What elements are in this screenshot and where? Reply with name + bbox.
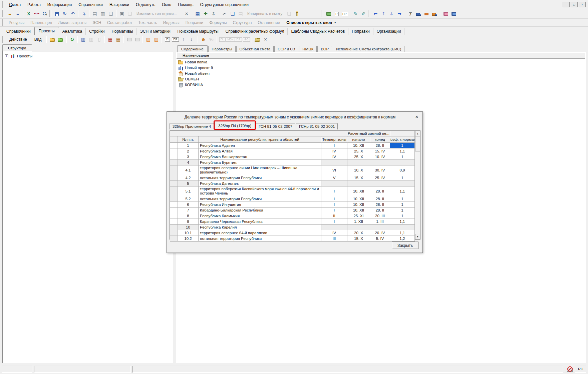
cell-coef[interactable]: 1: [390, 175, 415, 181]
col-header-zone[interactable]: Темпер. зоны: [321, 136, 347, 143]
menu-item-3[interactable]: Справочники: [75, 1, 106, 8]
menu-item-5[interactable]: Отдохнуть: [132, 1, 159, 8]
menu-item-7[interactable]: Помощь: [175, 1, 197, 8]
cell-start[interactable]: 25. XI: [347, 213, 370, 219]
list-item-3[interactable]: ОБМЕН: [176, 76, 586, 82]
tree-expander-icon[interactable]: +: [5, 54, 8, 58]
content-tab-6[interactable]: Исполнение Сметы контракта (ЕИС): [333, 46, 404, 52]
blue-catalog-icon[interactable]: [450, 10, 458, 18]
cell-zone[interactable]: I: [321, 196, 347, 202]
page-pr-icon[interactable]: ПР: [340, 10, 348, 18]
cell-num[interactable]: 5.1: [178, 186, 199, 196]
dialog-tab-0[interactable]: 325/пр Приложение 4: [170, 123, 214, 129]
cell-num[interactable]: 4.2: [178, 175, 199, 181]
cell-end[interactable]: [370, 225, 390, 230]
norm-base-icon[interactable]: [324, 10, 332, 18]
row-selector-cell[interactable]: [170, 219, 178, 225]
estimate-grid2-icon[interactable]: ▦: [114, 36, 122, 43]
cell-name[interactable]: остальная территория Республики: [199, 236, 321, 242]
level-first-icon[interactable]: ⇐: [371, 10, 379, 18]
cell-name[interactable]: территория севернее линии Нижнеангарск –…: [199, 165, 321, 175]
cell-coef[interactable]: [390, 225, 415, 230]
close-button[interactable]: Закрыть: [392, 242, 418, 249]
menu-item-1[interactable]: Работа: [24, 1, 44, 8]
cell-coef[interactable]: 1: [390, 202, 415, 208]
close-button[interactable]: ×: [579, 2, 586, 7]
cell-end[interactable]: 28. II: [370, 196, 390, 202]
cell-name[interactable]: территория севернее 64-й параллели: [199, 230, 321, 236]
cell-end[interactable]: 25. IV: [370, 175, 390, 181]
content-tab-0[interactable]: Содержание: [177, 45, 208, 52]
cell-end[interactable]: 20. III: [370, 213, 390, 219]
cell-zone[interactable]: II: [321, 213, 347, 219]
workspace-tab-6[interactable]: Поисковые маршруты: [174, 28, 222, 35]
cell-coef[interactable]: 1: [390, 143, 415, 148]
p-button[interactable]: П: [163, 36, 171, 43]
dialog-tab-1[interactable]: 325/пр П4 (170/пр): [215, 122, 255, 129]
content-tab-1[interactable]: Параметры: [208, 46, 235, 52]
cell-end[interactable]: 28. II: [370, 143, 390, 148]
cell-zone[interactable]: I: [321, 208, 347, 213]
workspace-tab-2[interactable]: Аналитика: [59, 28, 86, 35]
cell-num[interactable]: 4.1: [178, 165, 199, 175]
cell-end[interactable]: 1. III: [370, 219, 390, 225]
maximize-button[interactable]: □: [571, 2, 578, 7]
row-selector-cell[interactable]: [170, 154, 178, 160]
cell-start[interactable]: 20. X: [347, 230, 370, 236]
materials-icon[interactable]: [422, 10, 430, 18]
cell-num[interactable]: 2: [178, 148, 199, 154]
cell-start[interactable]: 1. XII: [347, 219, 370, 225]
cell-start[interactable]: [347, 181, 370, 186]
add-document-icon[interactable]: ✚: [202, 10, 210, 18]
cell-coef[interactable]: 1,1: [390, 219, 415, 225]
row-selector-cell[interactable]: [170, 208, 178, 213]
cell-end[interactable]: [370, 160, 390, 165]
cell-start[interactable]: 10. XII: [347, 143, 370, 148]
page-p-icon[interactable]: P: [332, 10, 340, 18]
estimate-grid-icon[interactable]: ▦: [106, 36, 114, 43]
workspace-tab-1[interactable]: Проекты: [34, 27, 59, 35]
cell-end[interactable]: 15. IV: [370, 148, 390, 154]
cell-num[interactable]: 6: [178, 202, 199, 208]
insert-row-icon[interactable]: ▤: [91, 10, 99, 18]
cell-coef[interactable]: 1,2: [390, 236, 415, 242]
col-header-num[interactable]: № п.п.: [178, 136, 199, 143]
search-icon[interactable]: [41, 10, 49, 18]
cell-name[interactable]: Республика Дагестан:: [199, 181, 321, 186]
pink-catalog-icon[interactable]: [442, 10, 450, 18]
row-selector-cell[interactable]: [170, 143, 178, 148]
calculator-icon[interactable]: ▦: [194, 10, 202, 18]
cell-start[interactable]: 10. XII: [347, 202, 370, 208]
cell-end[interactable]: 28. II: [370, 186, 390, 196]
col-header-name[interactable]: Наименование республик, краев и областей: [199, 136, 321, 143]
cell-num[interactable]: 5.2: [178, 196, 199, 202]
tree-node-projects[interactable]: + Проекты: [3, 51, 173, 59]
cell-start[interactable]: [347, 160, 370, 165]
list-item-0[interactable]: Новая папка: [176, 59, 586, 65]
table-row-4.1[interactable]: 4.1территория севернее линии Нижнеангарс…: [170, 165, 415, 175]
workspace-tab-9[interactable]: Поправки: [348, 28, 373, 35]
content-tab-2[interactable]: Объектная смета: [236, 46, 274, 52]
table-row-3[interactable]: 3Республика БашкортостанIV25. X10. IV1: [170, 154, 415, 160]
cell-end[interactable]: [370, 181, 390, 186]
save-icon[interactable]: [53, 10, 61, 18]
expand-folder-icon[interactable]: [48, 36, 56, 43]
cell-zone[interactable]: I: [321, 219, 347, 225]
cell-end[interactable]: 10. IV: [370, 154, 390, 160]
language-indicator[interactable]: RU: [575, 366, 586, 373]
cell-num[interactable]: 5: [178, 181, 199, 186]
table-row-4[interactable]: 4Республика Бурятия:: [170, 160, 415, 165]
project-view-icon[interactable]: ▥: [79, 36, 87, 43]
pr-button[interactable]: ПР: [171, 36, 179, 43]
scroll-down-icon[interactable]: ▼: [415, 234, 420, 239]
list-item-2[interactable]: Новый объект: [176, 70, 586, 76]
dialog-tab-2[interactable]: ГСН 81-05-02-2007: [256, 123, 295, 129]
undo-icon[interactable]: ↶: [69, 10, 77, 18]
menu-item-2[interactable]: Информация: [44, 1, 75, 8]
menu-item-0[interactable]: Смета: [6, 1, 24, 8]
cell-end[interactable]: 30. IV: [370, 165, 390, 175]
list-item-1[interactable]: Новый проект 9: [176, 65, 586, 70]
table-row-7[interactable]: 7Кабардино-Балкарская РеспубликаI10. XII…: [170, 208, 415, 213]
cell-zone[interactable]: I: [321, 202, 347, 208]
cell-coef[interactable]: 1: [390, 154, 415, 160]
